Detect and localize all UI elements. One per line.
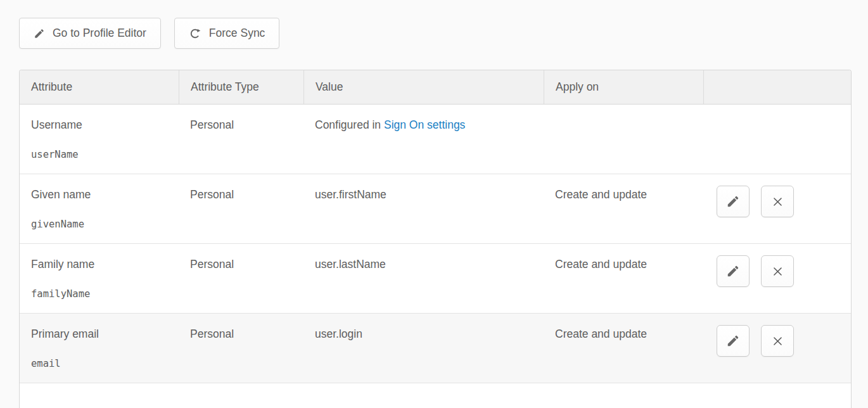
edit-attribute-button[interactable] [717,325,750,357]
attribute-variable-name: givenName [31,219,172,230]
pencil-icon [726,194,740,208]
table-header: Attribute Attribute Type Value Apply on [20,70,851,105]
apply-on-cell: Create and update [544,314,703,383]
table-row: UsernameuserNamePersonalConfigured in Si… [20,105,851,174]
attribute-cell: Primary emailemail [20,314,179,383]
attribute-type-cell: Personal [179,244,303,313]
attribute-mapping-table: Attribute Attribute Type Value Apply on … [19,70,852,408]
header-apply-on: Apply on [544,70,703,104]
attribute-label: Given name [31,188,172,201]
header-actions [703,70,851,104]
pencil-icon [34,28,45,39]
value-text: user.lastName [315,258,386,271]
actions-cell [703,174,851,243]
force-sync-label: Force Sync [209,27,265,40]
attribute-label: Family name [31,258,172,271]
table-body: UsernameuserNamePersonalConfigured in Si… [20,105,851,383]
go-to-profile-editor-label: Go to Profile Editor [53,27,146,40]
value-cell: user.firstName [303,174,544,243]
header-attribute: Attribute [20,70,179,104]
value-text: Configured in [315,118,384,131]
refresh-icon [189,27,201,40]
toolbar: Go to Profile Editor Force Sync [19,18,868,49]
apply-on-cell: Create and update [544,174,703,243]
delete-attribute-button[interactable] [761,325,794,357]
edit-attribute-button[interactable] [717,255,750,287]
sign-on-settings-link[interactable]: Sign On settings [384,118,465,131]
x-icon [772,335,784,347]
edit-attribute-button[interactable] [717,186,750,217]
attribute-type-cell: Personal [179,314,303,383]
table-row: Given namegivenNamePersonaluser.firstNam… [20,174,851,244]
pencil-icon [726,264,740,278]
value-text: user.firstName [315,188,386,201]
header-attribute-type: Attribute Type [179,70,303,104]
attribute-cell: Given namegivenName [20,174,179,243]
value-cell: user.login [303,314,544,383]
partial-next-row [20,383,851,408]
attribute-label: Username [31,118,172,132]
value-cell: user.lastName [303,244,544,313]
value-text: user.login [315,328,362,340]
attribute-mapping-page: Go to Profile Editor Force Sync Attribut… [0,0,868,408]
delete-attribute-button[interactable] [761,186,794,217]
actions-cell [703,314,851,383]
x-icon [772,196,784,208]
pencil-icon [726,334,740,348]
force-sync-button[interactable]: Force Sync [174,18,280,49]
header-value: Value [303,70,544,104]
attribute-variable-name: email [31,358,172,369]
table-row: Primary emailemailPersonaluser.loginCrea… [20,314,851,383]
attribute-variable-name: familyName [31,288,172,300]
apply-on-cell: Create and update [544,244,703,313]
attribute-cell: Family namefamilyName [20,244,179,313]
apply-on-cell [544,105,703,174]
attribute-cell: UsernameuserName [20,105,179,174]
attribute-label: Primary email [31,328,172,341]
actions-cell [703,244,851,313]
attribute-type-cell: Personal [179,174,303,243]
attribute-variable-name: userName [31,149,172,160]
x-icon [772,265,784,277]
go-to-profile-editor-button[interactable]: Go to Profile Editor [19,18,161,49]
attribute-type-cell: Personal [179,105,303,174]
table-row: Family namefamilyNamePersonaluser.lastNa… [20,244,851,314]
delete-attribute-button[interactable] [761,255,794,287]
actions-cell [703,105,851,174]
value-cell: Configured in Sign On settings [303,105,544,174]
